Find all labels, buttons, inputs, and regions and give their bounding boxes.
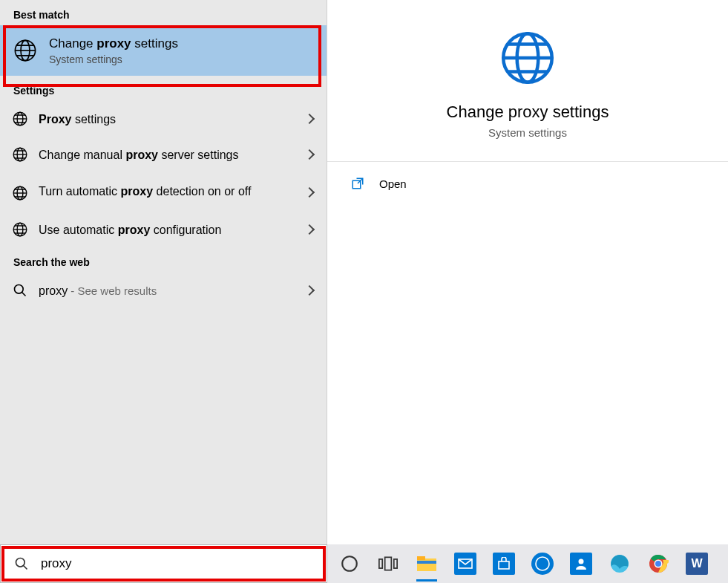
open-label: Open [379, 177, 407, 190]
chevron-right-icon [304, 149, 315, 160]
svg-point-32 [536, 557, 549, 570]
globe-icon [10, 146, 30, 163]
search-icon [14, 556, 29, 571]
svg-rect-26 [394, 559, 397, 568]
svg-point-21 [16, 558, 25, 567]
chevron-right-icon [304, 187, 315, 198]
globe-icon [10, 185, 30, 201]
search-bar[interactable] [0, 544, 327, 583]
taskbar-task-view[interactable] [373, 549, 403, 579]
detail-title: Change proxy settings [447, 102, 609, 122]
result-label: proxy - See web results [39, 282, 306, 299]
svg-point-15 [15, 285, 24, 294]
taskbar-cortana[interactable] [335, 549, 364, 579]
chevron-right-icon [304, 114, 315, 124]
svg-point-37 [655, 561, 661, 567]
settings-result-manual-proxy[interactable]: Change manual proxy server settings [0, 137, 327, 172]
word-icon-label: W [691, 557, 702, 570]
chevron-right-icon [304, 285, 315, 296]
taskbar-word[interactable]: W [682, 549, 712, 579]
web-result-proxy[interactable]: proxy - See web results [0, 273, 327, 308]
svg-line-22 [24, 566, 27, 570]
taskbar-edge[interactable] [605, 549, 634, 579]
settings-header: Settings [0, 76, 327, 101]
globe-icon [10, 221, 30, 238]
globe-icon [12, 37, 39, 64]
best-match-subtitle: System settings [49, 53, 178, 65]
svg-point-23 [342, 556, 357, 571]
svg-rect-25 [385, 557, 392, 570]
search-icon [10, 283, 30, 298]
taskbar-file-explorer[interactable] [412, 549, 442, 579]
open-action[interactable]: Open [327, 162, 728, 205]
open-icon [350, 175, 366, 192]
svg-rect-28 [417, 556, 425, 560]
search-results-panel: Best match Change proxy settings System … [0, 0, 327, 544]
best-match-title: Change proxy settings [49, 36, 178, 52]
svg-rect-31 [499, 561, 509, 569]
svg-point-33 [579, 559, 584, 564]
best-match-result[interactable]: Change proxy settings System settings [0, 25, 327, 76]
taskbar-mail[interactable] [450, 549, 480, 579]
result-label: Turn automatic proxy detection on or off [39, 183, 306, 200]
result-detail-panel: Change proxy settings System settings Op… [327, 0, 728, 544]
result-label: Use automatic proxy configuration [39, 221, 306, 238]
globe-icon [10, 111, 30, 127]
svg-rect-27 [417, 558, 436, 571]
search-input[interactable] [39, 556, 327, 572]
chevron-right-icon [304, 224, 315, 235]
detail-subtitle: System settings [488, 126, 567, 139]
taskbar-chrome[interactable] [643, 549, 673, 579]
taskbar-dell[interactable] [528, 549, 557, 579]
globe-icon [496, 27, 559, 89]
taskbar: W [327, 544, 728, 583]
best-match-text: Change proxy settings System settings [49, 36, 178, 65]
svg-rect-24 [379, 559, 382, 568]
settings-result-automatic-config[interactable]: Use automatic proxy configuration [0, 212, 327, 247]
taskbar-people[interactable] [566, 549, 596, 579]
result-label: Change manual proxy server settings [39, 146, 306, 163]
svg-line-16 [22, 293, 26, 296]
best-match-header: Best match [0, 0, 327, 25]
settings-result-automatic-detection[interactable]: Turn automatic proxy detection on or off [0, 172, 327, 212]
taskbar-store[interactable] [489, 549, 519, 579]
settings-result-proxy-settings[interactable]: Proxy settings [0, 101, 327, 137]
start-search-window: Best match Change proxy settings System … [0, 0, 728, 583]
detail-header: Change proxy settings System settings [327, 0, 728, 162]
search-web-header: Search the web [0, 247, 327, 273]
result-label: Proxy settings [39, 111, 306, 128]
svg-rect-29 [417, 561, 436, 564]
